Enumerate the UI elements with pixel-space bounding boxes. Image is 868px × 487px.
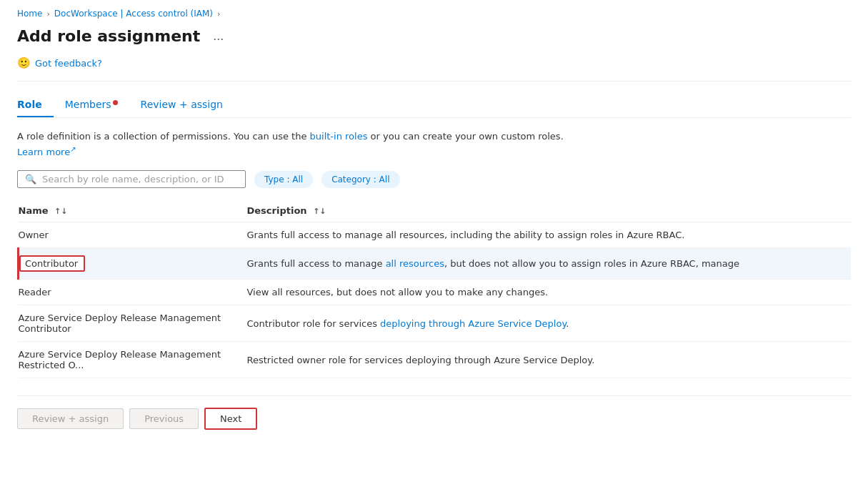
role-desc-cell: Grants full access to manage all resourc… [247,222,852,248]
more-options-button[interactable]: ... [209,27,228,45]
tabs-row: Role Members Review + assign [17,93,851,118]
breadcrumb-sep1: › [46,9,49,19]
name-sort-icon: ↑↓ [54,207,67,216]
role-desc-cell: Restricted owner role for services deplo… [247,342,852,378]
table-row[interactable]: Azure Service Deploy Release Management … [19,305,852,342]
learn-more-link[interactable]: Learn more↗ [17,147,76,157]
role-desc-cell: Grants full access to manage all resourc… [247,248,852,280]
built-in-roles-link[interactable]: built-in roles [310,131,368,142]
feedback-label: Got feedback? [35,58,102,69]
search-box[interactable]: 🔍 [17,170,246,188]
role-name-cell: Azure Service Deploy Release Management … [19,342,247,378]
breadcrumb-sep2: › [217,9,220,19]
table-row[interactable]: Reader View all resources, but does not … [19,280,852,305]
breadcrumb: Home › DocWorkspace | Access control (IA… [17,9,851,19]
footer-bar: Review + assign Previous Next [17,395,851,430]
category-filter-button[interactable]: Category : All [321,171,399,188]
learn-more-external-icon: ↗ [70,145,76,153]
role-description: A role definition is a collection of per… [17,129,851,159]
search-input[interactable] [42,174,238,185]
contributor-selected-box: Contributor [19,255,85,272]
desc-sort-icon: ↑↓ [313,207,326,216]
table-header-row: Name ↑↓ Description ↑↓ [19,200,852,222]
feedback-row[interactable]: 🙂 Got feedback? [17,56,851,82]
table-row[interactable]: Azure Service Deploy Release Management … [19,342,852,378]
next-button[interactable]: Next [204,408,257,430]
breadcrumb-home[interactable]: Home [17,9,42,19]
role-name-cell: Contributor [19,248,247,280]
role-desc-cell: Contributor role for services deploying … [247,305,852,342]
description-column-header[interactable]: Description ↑↓ [247,200,852,222]
type-filter-label: Type : All [264,174,303,185]
page-title: Add role assignment [17,27,200,45]
role-desc-cell: View all resources, but does not allow y… [247,280,852,305]
role-name-cell: Azure Service Deploy Release Management … [19,305,247,342]
desc-text1: A role definition is a collection of per… [17,131,310,142]
role-name-cell: Reader [19,280,247,305]
feedback-icon: 🙂 [17,56,31,69]
members-notification-dot [113,100,118,105]
name-column-header[interactable]: Name ↑↓ [19,200,247,222]
table-row[interactable]: Owner Grants full access to manage all r… [19,222,852,248]
role-name-cell: Owner [19,222,247,248]
desc-text2: or you can create your own custom roles. [367,131,563,142]
contributor-desc-link[interactable]: all resources [386,258,444,269]
roles-table: Name ↑↓ Description ↑↓ Owner Grants full… [17,200,851,378]
search-icon: 🔍 [25,174,36,185]
type-filter-button[interactable]: Type : All [254,171,313,188]
category-filter-label: Category : All [331,174,389,185]
breadcrumb-workspace[interactable]: DocWorkspace | Access control (IAM) [54,9,213,19]
review-assign-button[interactable]: Review + assign [17,408,124,429]
tab-review-assign[interactable]: Review + assign [129,93,234,117]
filter-row: 🔍 Type : All Category : All [17,170,851,188]
deploy-contributor-desc-link[interactable]: deploying through Azure Service Deploy [380,318,566,329]
previous-button[interactable]: Previous [129,408,199,429]
tab-members[interactable]: Members [54,93,129,117]
table-row[interactable]: Contributor Grants full access to manage… [19,248,852,280]
page-title-row: Add role assignment ... [17,27,851,45]
tab-role[interactable]: Role [17,93,54,117]
